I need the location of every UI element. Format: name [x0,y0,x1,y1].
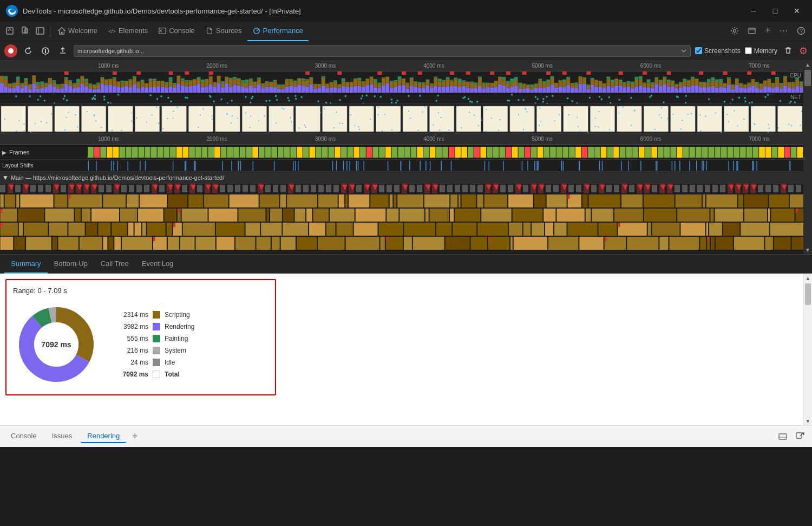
scroll-down-arrow[interactable]: ▼ [804,246,811,254]
net-track: NET [0,93,803,104]
chart-row: 7092 ms 2314 ms Scripting 3982 ms Render… [13,301,269,388]
nav-tab-elements[interactable]: </> Elements [103,22,153,41]
system-swatch [153,347,160,354]
perf-settings-icon[interactable]: ⚙ [799,45,808,57]
stop-button[interactable] [39,44,52,57]
nav-tab-settings[interactable] [726,22,743,41]
total-swatch [153,371,160,378]
svg-text:</>: </> [108,28,116,34]
record-button[interactable] [4,44,17,57]
add-panel-tab-button[interactable]: + [128,430,141,443]
tab-call-tree[interactable]: Call Tree [94,254,135,274]
frames-arrow[interactable]: ▶ [2,150,6,155]
nav-tab-sources[interactable]: Sources [200,22,247,41]
svg-rect-10 [749,28,755,34]
tab-summary[interactable]: Summary [4,254,48,274]
memory-checkbox[interactable]: Memory [745,47,777,55]
dock-icon [778,432,787,441]
nav-tab-inspect[interactable] [2,22,17,41]
screenshots-checkbox[interactable]: Screenshots [695,47,741,55]
panel-tab-issues[interactable]: Issues [45,430,79,443]
frames-text: Frames [9,149,29,155]
svg-point-14 [8,48,14,54]
total-label: Total [165,371,180,378]
screenshots-input[interactable] [695,47,702,54]
reload-record-button[interactable] [22,44,35,57]
device-icon [21,27,29,35]
painting-value: 555 ms [116,335,148,342]
summary-wrapper: Range: 0 - 7.09 s [0,274,803,401]
reload-icon [24,47,32,55]
close-button[interactable]: ✕ [787,3,807,19]
nav-tab-add[interactable]: + [761,22,775,41]
url-text: microsoftedge.github.io... [77,48,678,54]
elements-icon: </> [108,27,116,35]
left-panel: Range: 0 - 7.09 s [0,274,803,425]
timeline-section: 1000 ms 2000 ms 3000 ms 4000 ms 5000 ms … [0,61,812,254]
nav-tab-sidebar[interactable] [32,22,48,41]
time2-2000: 2000 ms [206,136,227,142]
time2-3000: 3000 ms [315,136,336,142]
time-6000: 6000 ms [640,63,661,69]
minimize-button[interactable]: ─ [744,3,763,19]
rendering-value: 3982 ms [116,323,148,330]
time-3000: 3000 ms [315,63,336,69]
main-collapse-arrow[interactable]: ▼ [2,174,9,181]
scroll-right-up[interactable]: ▲ [806,274,811,282]
nav-tab-help[interactable]: ? [793,22,810,41]
timeline-scrollbar[interactable]: ▲ ▼ [803,61,812,254]
scroll-up-arrow[interactable]: ▲ [804,61,811,69]
time2-6000: 6000 ms [640,136,661,142]
panel-tab-rendering[interactable]: Rendering [81,430,126,443]
nav-tab-device[interactable] [17,22,32,41]
system-value: 216 ms [116,347,148,354]
scroll-right-track[interactable] [804,282,812,417]
summary-panel: Range: 0 - 7.09 s [5,279,276,395]
memory-input[interactable] [745,47,752,54]
legend-total: 7092 ms Total [116,371,194,378]
settings-icon [730,27,739,35]
panel-tab-console[interactable]: Console [4,430,43,443]
right-scrollbar[interactable]: ▲ ▼ [803,274,812,425]
tab-event-log[interactable]: Event Log [135,254,180,274]
nav-tab-performance[interactable]: Performance [247,22,309,41]
scroll-right-thumb[interactable] [805,283,811,305]
total-value: 7092 ms [116,371,148,378]
tab-bottom-up[interactable]: Bottom-Up [48,254,94,274]
browser-icon [748,27,756,35]
time2-5000: 5000 ms [532,136,553,142]
legend-idle: 24 ms Idle [116,359,194,366]
frames-label: ▶ Frames [1,149,44,155]
layout-canvas [88,160,803,172]
edge-logo [5,4,18,17]
scripting-swatch [153,311,160,319]
screenshots-track [0,104,803,134]
range-text: Range: 0 - 7.09 s [13,287,269,295]
scripting-value: 2314 ms [116,311,148,319]
nav-tab-browser[interactable] [743,22,761,41]
stop-icon [41,47,50,55]
layout-shifts-track: Layout Shifts [0,160,803,172]
nav-tab-more[interactable]: ··· [775,22,793,41]
clear-button[interactable] [782,44,795,57]
scroll-thumb[interactable] [804,70,811,86]
scroll-right-down[interactable]: ▼ [806,417,811,425]
bottom-detach-icon[interactable] [793,429,808,444]
nav-tab-console[interactable]: Console [153,22,200,41]
upload-button[interactable] [56,44,69,57]
painting-swatch [153,335,160,342]
idle-value: 24 ms [116,359,148,366]
donut-center-label: 7092 ms [41,340,71,349]
svg-rect-7 [159,28,166,34]
nav-tab-welcome[interactable]: Welcome [53,22,103,41]
time2-4000: 4000 ms [423,136,444,142]
scripting-label: Scripting [165,311,190,319]
maximize-button[interactable]: □ [765,3,785,19]
bottom-dock-icon[interactable] [775,429,790,444]
main-thread-header: ▼ Main — https://microsoftedge.github.io… [0,172,803,184]
record-icon [8,48,14,54]
detach-icon [796,432,804,441]
svg-point-9 [734,29,736,32]
scroll-track[interactable] [803,69,812,246]
devtools-topnav: Welcome </> Elements Console Sources Per… [0,22,812,41]
